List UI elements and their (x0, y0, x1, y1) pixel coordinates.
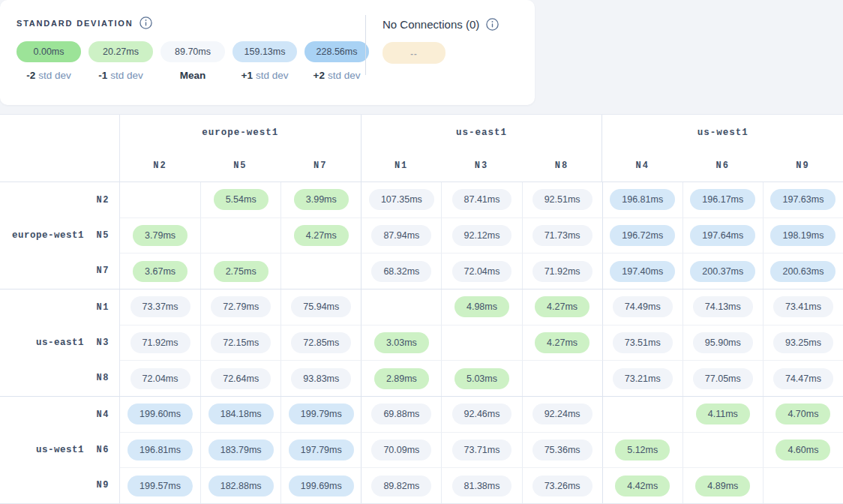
latency-value-pill[interactable]: 4.27ms (535, 296, 590, 317)
matrix-cell-N8-N4: 73.21ms (602, 360, 682, 396)
latency-value-pill[interactable]: 200.37ms (690, 261, 755, 282)
latency-value-pill[interactable]: 75.94ms (291, 296, 351, 317)
matrix-cell-N7-N1: 68.32ms (361, 253, 441, 289)
latency-value-pill[interactable]: 197.63ms (770, 189, 836, 210)
latency-value-pill[interactable]: 5.54ms (214, 189, 268, 210)
latency-value-pill[interactable]: 72.85ms (291, 332, 351, 353)
legend-step-label: -2std dev (26, 70, 71, 81)
latency-value-pill[interactable]: 70.09ms (371, 440, 431, 460)
latency-value-pill[interactable]: 2.89ms (374, 368, 429, 389)
latency-value-pill[interactable]: 183.79ms (208, 440, 274, 460)
matrix-header-spacer (0, 115, 120, 182)
latency-value-pill[interactable]: 199.57ms (128, 476, 193, 496)
latency-value-pill[interactable]: 4.70ms (776, 404, 830, 424)
latency-value-pill[interactable]: 196.17ms (690, 189, 755, 210)
latency-value-pill[interactable]: 3.79ms (133, 225, 188, 246)
latency-value-pill[interactable]: 93.25ms (773, 332, 833, 353)
latency-value-pill[interactable]: 196.72ms (610, 225, 675, 246)
latency-value-pill[interactable]: 74.13ms (693, 296, 753, 317)
matrix-column-header-N9: N9 (763, 150, 843, 182)
latency-value-pill[interactable]: 4.27ms (535, 332, 590, 353)
latency-value-pill[interactable]: 198.19ms (770, 225, 836, 246)
latency-value-pill[interactable]: 197.40ms (610, 261, 675, 282)
latency-value-pill[interactable]: 92.24ms (532, 404, 592, 424)
latency-value-pill[interactable]: 72.79ms (211, 296, 271, 317)
matrix-column-header-N2: N2 (120, 150, 200, 182)
info-icon[interactable] (486, 18, 499, 31)
latency-value-pill[interactable]: 73.21ms (613, 368, 673, 389)
latency-value-pill[interactable]: 182.88ms (208, 476, 274, 496)
legend-step-label: +2std dev (314, 70, 361, 81)
latency-value-pill[interactable]: 95.90ms (693, 332, 753, 353)
matrix-cell-N4-N9: 4.70ms (763, 397, 843, 432)
legend-step-label: +1std dev (242, 70, 289, 81)
latency-value-pill[interactable]: 73.71ms (452, 440, 512, 460)
latency-value-pill[interactable]: 73.26ms (532, 476, 592, 496)
matrix-header-group-us-east1: us-east1N1N3N8 (361, 115, 602, 182)
latency-value-pill[interactable]: 92.12ms (452, 225, 512, 246)
latency-value-pill[interactable]: 77.05ms (693, 368, 753, 389)
latency-value-pill[interactable]: 75.36ms (532, 440, 592, 460)
latency-value-pill[interactable]: 107.35ms (369, 189, 434, 210)
latency-value-pill[interactable]: 69.88ms (371, 404, 431, 424)
latency-value-pill[interactable]: 92.51ms (532, 189, 592, 210)
latency-value-pill[interactable]: 81.38ms (452, 476, 512, 496)
latency-value-pill[interactable]: 2.75ms (214, 261, 268, 282)
matrix-cell-N3-N4: 73.51ms (602, 325, 682, 361)
latency-value-pill[interactable]: 87.94ms (371, 225, 431, 246)
latency-value-pill[interactable]: 197.64ms (690, 225, 755, 246)
latency-value-pill[interactable]: 72.15ms (211, 332, 271, 353)
latency-value-pill[interactable]: 4.60ms (776, 440, 830, 460)
latency-value-pill[interactable]: 4.98ms (454, 296, 509, 317)
matrix-cell-N9-N4: 4.42ms (602, 467, 682, 503)
matrix-cell-N2-N7: 3.99ms (280, 182, 361, 218)
legend-card: STANDARD DEVIATION 0.00ms-2std dev20.27m… (0, 0, 535, 105)
latency-value-pill[interactable]: 196.81ms (128, 440, 193, 460)
info-icon[interactable] (140, 16, 152, 29)
latency-value-pill[interactable]: 71.92ms (130, 332, 190, 353)
latency-value-pill[interactable]: 71.92ms (532, 261, 592, 282)
matrix-cell-N5-N7: 4.27ms (280, 218, 361, 254)
latency-value-pill[interactable]: 87.41ms (452, 189, 512, 210)
latency-value-pill[interactable]: 93.83ms (291, 368, 351, 389)
latency-value-pill[interactable]: 3.67ms (133, 261, 188, 282)
latency-value-pill[interactable]: 196.81ms (610, 189, 675, 210)
latency-value-pill[interactable]: 74.47ms (773, 368, 833, 389)
latency-value-pill[interactable]: 4.27ms (294, 225, 349, 246)
latency-value-pill[interactable]: 184.18ms (208, 404, 274, 424)
latency-value-pill[interactable]: 199.69ms (289, 476, 354, 496)
latency-value-pill[interactable]: 5.03ms (454, 368, 509, 389)
latency-value-pill[interactable]: 4.11ms (696, 404, 750, 424)
legend-title: STANDARD DEVIATION (16, 19, 133, 28)
latency-value-pill[interactable]: 74.49ms (613, 296, 673, 317)
latency-value-pill[interactable]: 5.12ms (615, 440, 670, 460)
matrix-cell-N7-N6: 200.37ms (682, 253, 763, 289)
latency-value-pill[interactable]: 73.51ms (613, 332, 673, 353)
latency-value-pill[interactable]: 3.99ms (294, 189, 349, 210)
matrix-cell-N6-N2: 196.81ms (120, 432, 200, 468)
legend-step: 159.13ms+1std dev (232, 41, 297, 81)
latency-value-pill[interactable]: 72.64ms (211, 368, 271, 389)
latency-value-pill[interactable]: 71.73ms (532, 225, 592, 246)
latency-value-pill[interactable]: 92.46ms (452, 404, 512, 424)
latency-value-pill[interactable]: 72.04ms (452, 261, 512, 282)
legend-step: 228.56ms+2std dev (304, 41, 369, 81)
latency-value-pill[interactable]: 68.32ms (371, 261, 431, 282)
latency-value-pill[interactable]: 73.41ms (773, 296, 833, 317)
no-connections-pill: -- (382, 42, 446, 64)
matrix-cell-N8-N1: 2.89ms (361, 360, 441, 396)
latency-value-pill[interactable]: 72.04ms (130, 368, 190, 389)
latency-value-pill[interactable]: 4.89ms (695, 476, 750, 496)
matrix-row-node-labels: N4N6N9 (84, 397, 119, 503)
latency-value-pill[interactable]: 89.82ms (371, 476, 431, 496)
matrix-cell-N8-N5: 72.64ms (200, 360, 280, 396)
matrix-cell-N5-N9: 198.19ms (763, 218, 843, 254)
matrix-cell-N2-N1: 107.35ms (361, 182, 441, 218)
latency-value-pill[interactable]: 199.79ms (289, 404, 354, 424)
latency-value-pill[interactable]: 3.03ms (374, 332, 429, 353)
latency-value-pill[interactable]: 200.63ms (770, 261, 836, 282)
latency-value-pill[interactable]: 199.60ms (128, 404, 193, 424)
latency-value-pill[interactable]: 73.37ms (130, 296, 190, 317)
latency-value-pill[interactable]: 197.79ms (289, 440, 354, 460)
latency-value-pill[interactable]: 4.42ms (615, 476, 670, 496)
